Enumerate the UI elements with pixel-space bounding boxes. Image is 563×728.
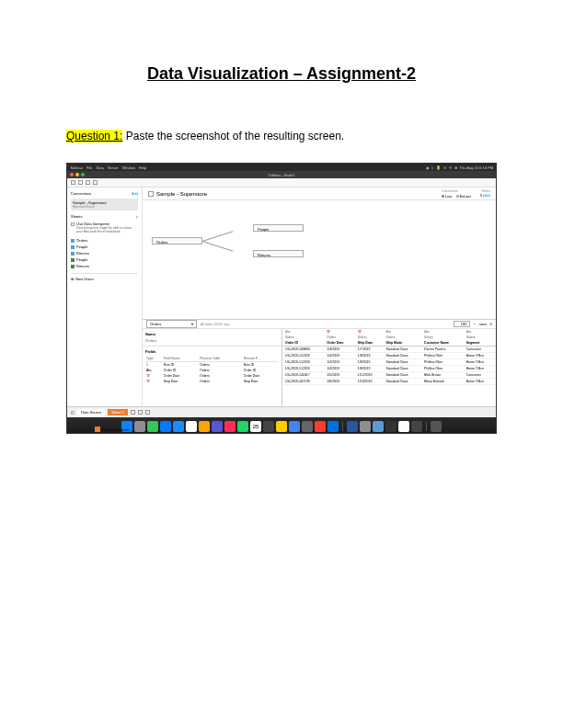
interpreter-help: Data Interpreter might be able to clean … — [76, 226, 138, 233]
datasource-icon — [148, 191, 154, 197]
canvas-orders[interactable]: Orders — [152, 237, 202, 245]
tab-data-source[interactable]: Data Source — [77, 409, 105, 415]
new-dashboard-icon[interactable] — [138, 410, 143, 415]
union-icon: ⊞ — [71, 277, 75, 280]
rows-arrow-icon[interactable]: → — [473, 322, 477, 326]
sheet-returns-named[interactable]: Returns — [71, 263, 138, 269]
back-icon[interactable] — [71, 180, 75, 185]
traffic-lights — [67, 173, 85, 176]
sheets-label: Sheets — [71, 214, 82, 219]
table-icon — [71, 245, 75, 249]
rows-input[interactable]: 100 — [454, 321, 470, 327]
minimize-window-button[interactable] — [75, 173, 79, 176]
add-connection-link[interactable]: Add — [132, 191, 138, 196]
sheet-orders[interactable]: Orders — [71, 237, 138, 244]
contacts-icon[interactable] — [263, 421, 274, 432]
data-row: US-2019-1123261/4/20191/8/2019Standard C… — [282, 366, 496, 372]
terminal-icon[interactable] — [302, 421, 313, 432]
question-label: Question 1: — [66, 130, 122, 142]
sheet-people-named[interactable]: People — [71, 256, 138, 263]
menu-window[interactable]: Window — [122, 165, 135, 170]
fields-label: Fields — [145, 349, 279, 354]
menu-app[interactable]: Tableau — [70, 165, 83, 170]
extract-radio[interactable] — [456, 195, 459, 198]
menu-help[interactable]: Help — [139, 165, 146, 170]
data-row: US-2019-1038001/3/20191/7/2019Standard C… — [282, 347, 496, 353]
new-worksheet-icon[interactable] — [131, 410, 135, 415]
control-center-icon[interactable]: ⊞ — [454, 165, 457, 170]
battery-icon[interactable]: 🔋 — [436, 165, 441, 170]
facetime-icon[interactable] — [212, 421, 223, 432]
mail-icon[interactable] — [173, 421, 184, 432]
maps-icon[interactable] — [186, 421, 197, 432]
settings-icon[interactable] — [134, 421, 145, 432]
interpreter-checkbox[interactable] — [71, 222, 75, 226]
itunes-icon[interactable] — [315, 421, 326, 432]
forward-icon[interactable] — [78, 180, 83, 185]
table-dropdown[interactable]: Orders ▾ — [146, 320, 197, 328]
safari-icon[interactable] — [160, 421, 171, 432]
grid-metadata-panel: Name Orders Fields Type Field Name Physi… — [143, 329, 282, 406]
music-icon[interactable] — [224, 421, 236, 432]
live-radio[interactable] — [442, 195, 444, 198]
notes-icon[interactable] — [276, 421, 287, 432]
close-window-button[interactable] — [70, 173, 74, 176]
canvas-returns[interactable]: Returns — [253, 250, 304, 257]
sheet-returns[interactable]: Returns — [71, 250, 138, 256]
bottom-tabs: ◫ Data Source Sheet 1 — [67, 406, 496, 417]
word-icon[interactable] — [347, 421, 358, 432]
menubar-right: ◉ ᛒ 🔋 ≋ ⚲ ⊞ Thu Aug 25 6:13 PM — [426, 165, 493, 170]
data-preview-grid: Abc 📅 📅 Abc Abc Abc Orders Orders — [282, 329, 496, 406]
datasource-header: Sample - Superstore Connection Live Extr… — [143, 188, 496, 200]
save-icon[interactable] — [86, 180, 90, 185]
menu-server[interactable]: Server — [108, 165, 119, 170]
data-row: US-2019-1123261/4/20191/8/2019Standard C… — [282, 359, 496, 366]
tableau-icon[interactable] — [373, 421, 384, 432]
sheet-people[interactable]: People — [71, 244, 138, 250]
tab-sheet-1[interactable]: Sheet 1 — [108, 409, 128, 415]
maximize-window-button[interactable] — [81, 173, 85, 176]
data-row: US-2019-1123261/4/20191/8/2019Standard C… — [282, 353, 496, 359]
shield-icon[interactable]: ◉ — [426, 165, 429, 170]
keynote-icon[interactable] — [360, 421, 371, 432]
menu-data[interactable]: Data — [96, 165, 103, 170]
canvas-people[interactable]: People — [253, 224, 304, 232]
menu-file[interactable]: File — [86, 165, 92, 170]
question-line: Question 1: Paste the screenshot of the … — [66, 130, 497, 142]
row-count-info: All fields 10194 rows — [201, 323, 230, 326]
grid-more-icon[interactable]: ⊙ — [489, 322, 492, 326]
table-icon — [71, 239, 75, 243]
document-icon[interactable] — [398, 421, 409, 432]
messages-icon[interactable] — [147, 421, 158, 432]
refresh-icon[interactable] — [93, 180, 98, 185]
appstore-icon[interactable] — [327, 421, 339, 432]
trash-icon[interactable] — [431, 421, 442, 432]
data-grid-section: Orders ▾ All fields 10194 rows 100 → row… — [143, 319, 496, 406]
tableau-screenshot: Tableau File Data Server Window Help ◉ ᛒ… — [66, 163, 497, 434]
wifi-icon[interactable]: ≋ — [443, 165, 446, 170]
connection-item[interactable]: Sample - Superstore Microsoft Excel — [71, 199, 138, 210]
folder-icon[interactable] — [411, 421, 422, 432]
whatsapp-icon[interactable] — [237, 421, 248, 432]
sheets-search-icon[interactable]: ρ — [136, 214, 138, 219]
filters-add-link[interactable]: Add — [485, 194, 490, 198]
filters-count: 0 — [480, 194, 482, 198]
chrome-icon[interactable] — [289, 421, 300, 432]
field-row: 📅Ship DateOrdersShip Date — [145, 379, 279, 384]
calendar-icon[interactable]: 25 — [250, 421, 261, 432]
window-titlebar: Tableau - Book1 — [67, 171, 496, 178]
app-icon[interactable] — [385, 421, 396, 432]
search-icon[interactable]: ⚲ — [449, 165, 452, 170]
join-canvas[interactable]: Orders People Returns — [143, 200, 496, 319]
new-story-icon[interactable] — [145, 410, 150, 415]
data-interpreter-row: Use Data Interpreter Data Interpreter mi… — [71, 222, 138, 233]
bluetooth-icon[interactable]: ᛒ — [431, 165, 433, 170]
fields-table: Type Field Name Physical Table Remote F.… — [145, 356, 279, 384]
clock[interactable]: Thu Aug 25 6:13 PM — [460, 165, 493, 170]
datasource-title[interactable]: Sample - Superstore — [156, 191, 207, 197]
new-union-item[interactable]: ⊞ New Union — [71, 273, 138, 281]
photos-icon[interactable] — [199, 421, 210, 432]
document-title: Data Visualization – Assignment-2 — [66, 64, 497, 84]
connections-label: Connections — [71, 191, 91, 196]
chevron-down-icon: ▾ — [191, 322, 193, 326]
